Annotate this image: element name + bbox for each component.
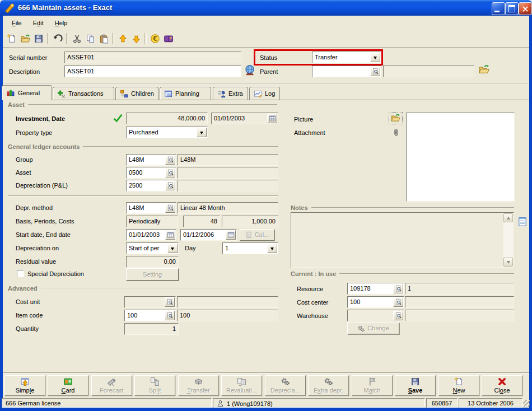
toolbar-save-button[interactable] (32, 32, 45, 45)
day-dropdown-button[interactable] (267, 244, 277, 253)
toolbar-euro-button[interactable] (148, 32, 162, 45)
item-code-field[interactable]: 100 (124, 310, 176, 321)
tab-planning[interactable]: Planning (160, 87, 211, 100)
browse-magnifier-icon (395, 298, 402, 306)
statusbar-date: 13 October 2006 (459, 398, 522, 408)
depreciation-on-dropdown-button[interactable] (167, 244, 178, 253)
basis-field: Periodically (126, 216, 178, 227)
split-button: Split (134, 375, 175, 396)
special-depreciation-checkbox[interactable] (17, 270, 24, 277)
gl-depreciation-label: Depreciation (P&L) (16, 182, 68, 189)
tab-extra[interactable]: Extra (213, 87, 248, 100)
notes-notepad-icon[interactable] (517, 216, 528, 227)
notes-scrollbar[interactable] (503, 213, 513, 267)
toolbar-open-button[interactable] (18, 32, 32, 45)
app-icon (4, 3, 15, 13)
warehouse-browse-button[interactable] (393, 311, 403, 320)
toolbar-move-down-button[interactable] (129, 32, 143, 45)
scroll-down-button[interactable] (503, 258, 513, 267)
parent-code-field[interactable] (312, 66, 381, 77)
cost-unit-browse-button[interactable] (165, 297, 175, 307)
save-button[interactable]: Save (395, 375, 436, 396)
toolbar-help-book-button[interactable] (162, 32, 175, 45)
translate-globe-icon[interactable] (244, 64, 255, 76)
toolbar-paste-button[interactable] (97, 32, 110, 45)
simple-button[interactable]: Simple (4, 375, 45, 396)
investment-amount-field: 48,000.00 (126, 113, 208, 124)
depreciate-button: Deprecia... (265, 375, 306, 396)
paperclip-icon[interactable] (392, 127, 400, 138)
resource-browse-button[interactable] (393, 284, 403, 293)
statusbar-number: 650857 (426, 398, 458, 408)
cost-center-description-field (405, 296, 514, 308)
status-highlight-box (254, 49, 383, 66)
transfer-button: Transfer (178, 375, 219, 396)
gl-asset-code-field[interactable]: 0500 (126, 167, 176, 179)
new-document-icon (7, 34, 17, 44)
picture-open-button[interactable] (389, 112, 403, 124)
investment-date-calendar-button[interactable] (267, 114, 277, 123)
toolbar-undo-button[interactable] (51, 32, 64, 45)
parent-browse-button[interactable] (370, 67, 380, 76)
close-action-button[interactable]: Close (482, 375, 522, 396)
menu-item-help[interactable]: Help (49, 18, 73, 28)
gl-group-code-field[interactable]: L48M (126, 154, 176, 166)
toolbar-new-button[interactable] (5, 32, 18, 45)
tab-log[interactable]: Log (249, 87, 280, 100)
menu-item-edit[interactable]: Edit (27, 18, 49, 28)
card-button[interactable]: Card (48, 375, 88, 396)
tab-children[interactable]: Children (115, 87, 158, 100)
gl-asset-description-field (178, 167, 278, 179)
browse-magnifier-icon (167, 204, 174, 212)
minimize-button[interactable] (492, 2, 505, 15)
close-button[interactable] (519, 2, 532, 15)
serial-number-field: ASSET01 (64, 52, 241, 63)
scroll-up-button[interactable] (503, 213, 513, 222)
picture-label: Picture (294, 116, 313, 123)
item-code-browse-button[interactable] (165, 311, 175, 320)
titlebar[interactable]: 666 Maintain assets - Exact (0, 0, 532, 16)
property-type-dropdown[interactable]: Purchased (126, 127, 208, 138)
resource-code-field[interactable]: 109178 (347, 283, 404, 295)
revaluation-button: Revaluati... (221, 375, 262, 396)
end-date-calendar-button[interactable] (226, 230, 236, 240)
book-icon (164, 34, 174, 44)
resize-grip[interactable] (523, 400, 530, 407)
warehouse-description-field (405, 310, 514, 321)
depr-method-browse-button[interactable] (165, 203, 175, 213)
depr-method-code-field[interactable]: L48M (126, 202, 176, 214)
card-icon (63, 377, 73, 386)
description-field[interactable]: ASSET01 (64, 66, 241, 77)
warehouse-label: Warehouse (297, 312, 328, 320)
open-parent-folder-icon[interactable] (478, 64, 490, 76)
toolbar-copy-button[interactable] (83, 32, 97, 45)
open-folder-icon (390, 113, 401, 123)
picture-preview-box (406, 113, 515, 202)
depreciation-on-dropdown[interactable]: Start of per (126, 242, 179, 254)
gl-depreciation-browse-button[interactable] (165, 181, 175, 190)
application-window: 666 Maintain assets - Exact File Edit He… (0, 0, 532, 411)
start-date-calendar-button[interactable] (165, 230, 175, 240)
investment-date-label: Investment, Date (16, 115, 65, 123)
cost-center-code-field[interactable]: 100 (347, 296, 404, 308)
tab-transactions[interactable]: Transactions (53, 87, 114, 100)
toolbar-move-up-button[interactable] (116, 32, 129, 45)
property-type-dropdown-button[interactable] (197, 128, 207, 137)
chevron-up-icon (507, 215, 510, 219)
new-button[interactable]: New (438, 375, 479, 396)
gl-asset-browse-button[interactable] (165, 168, 175, 178)
day-dropdown[interactable]: 1 (222, 242, 278, 254)
cost-center-label: Cost center (297, 299, 328, 306)
end-date-field[interactable]: 01/12/2006 (180, 229, 237, 241)
gl-depreciation-code-field[interactable]: 2500 (126, 180, 176, 192)
gl-group-browse-button[interactable] (165, 155, 175, 165)
maximize-button[interactable] (505, 2, 519, 15)
close-icon (521, 5, 529, 13)
change-button: Change (347, 323, 399, 334)
toolbar-cut-button[interactable] (70, 32, 83, 45)
minimize-icon (494, 11, 500, 12)
tab-general[interactable]: General (2, 85, 52, 100)
start-date-field[interactable]: 01/01/2003 (126, 229, 176, 241)
cost-center-browse-button[interactable] (393, 297, 403, 307)
menu-item-file[interactable]: File (6, 18, 27, 28)
